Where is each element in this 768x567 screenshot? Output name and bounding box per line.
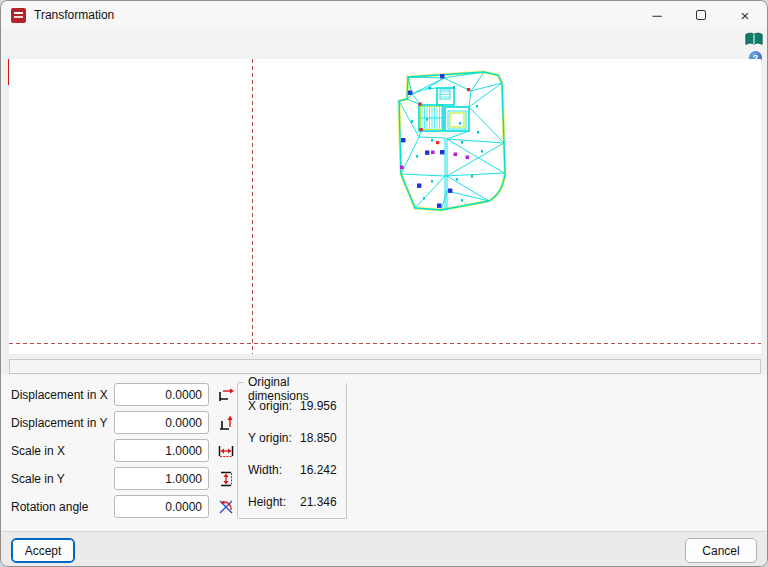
field-row-scale-x: Scale in X xyxy=(11,439,111,462)
scale-x-input[interactable] xyxy=(114,439,209,462)
crosshair-horizontal xyxy=(9,343,761,344)
maximize-icon xyxy=(696,10,706,20)
field-label: Displacement in Y xyxy=(11,416,111,430)
title-bar: Transformation ─ × xyxy=(1,1,767,29)
field-label: Scale in Y xyxy=(11,472,111,486)
transformation-dialog: Transformation ─ × DXF DXF xyxy=(0,0,768,567)
minimize-icon: ─ xyxy=(652,8,661,23)
field-row-scale-y: Scale in Y xyxy=(11,467,111,490)
scale-x-icon xyxy=(217,442,235,460)
window-title: Transformation xyxy=(34,8,114,22)
manual-book-icon[interactable] xyxy=(745,31,763,47)
drawing-canvas[interactable] xyxy=(9,59,761,354)
dim-label: Height: xyxy=(248,495,300,509)
dim-label: Width: xyxy=(248,463,300,477)
scale-y-input[interactable] xyxy=(114,467,209,490)
toolbar: DXF DXF xyxy=(1,29,767,59)
original-dimensions-group: Original dimensions X origin: 19.956 Y o… xyxy=(237,382,347,519)
horizontal-scroll-strip[interactable] xyxy=(9,359,761,374)
dim-label: Y origin: xyxy=(248,431,300,445)
dim-value: 21.346 xyxy=(300,495,337,509)
close-button[interactable]: × xyxy=(723,1,767,29)
dim-row-x-origin: X origin: 19.956 xyxy=(248,399,337,413)
maximize-button[interactable] xyxy=(679,1,723,29)
dim-row-height: Height: 21.346 xyxy=(248,495,337,509)
field-label: Scale in X xyxy=(11,444,111,458)
dim-value: 18.850 xyxy=(300,431,337,445)
crosshair-vertical xyxy=(252,59,253,354)
floor-plan-drawing xyxy=(381,61,521,221)
displacement-x-input[interactable] xyxy=(114,383,209,406)
field-label: Displacement in X xyxy=(11,388,111,402)
dim-value: 16.242 xyxy=(300,463,337,477)
rotation-angle-icon xyxy=(217,498,235,516)
field-row-displacement-x: Displacement in X xyxy=(11,383,111,406)
scale-y-icon xyxy=(217,470,235,488)
bottom-button-bar: Accept Cancel xyxy=(1,531,767,567)
field-row-rotation: Rotation angle xyxy=(11,495,111,518)
dim-value: 19.956 xyxy=(300,399,337,413)
minimize-button[interactable]: ─ xyxy=(635,1,679,29)
dim-label: X origin: xyxy=(248,399,300,413)
form-area: Displacement in X Displacement in Y Scal… xyxy=(1,375,767,531)
dim-row-width: Width: 16.242 xyxy=(248,463,337,477)
displacement-y-input[interactable] xyxy=(114,411,209,434)
displacement-y-icon xyxy=(217,414,235,432)
close-icon: × xyxy=(741,7,750,24)
field-label: Rotation angle xyxy=(11,500,111,514)
cancel-button[interactable]: Cancel xyxy=(685,538,757,563)
displacement-x-icon xyxy=(217,386,235,404)
accept-button[interactable]: Accept xyxy=(11,538,75,563)
dim-row-y-origin: Y origin: 18.850 xyxy=(248,431,337,445)
rotation-angle-input[interactable] xyxy=(114,495,209,518)
app-icon xyxy=(11,8,26,23)
field-row-displacement-y: Displacement in Y xyxy=(11,411,111,434)
